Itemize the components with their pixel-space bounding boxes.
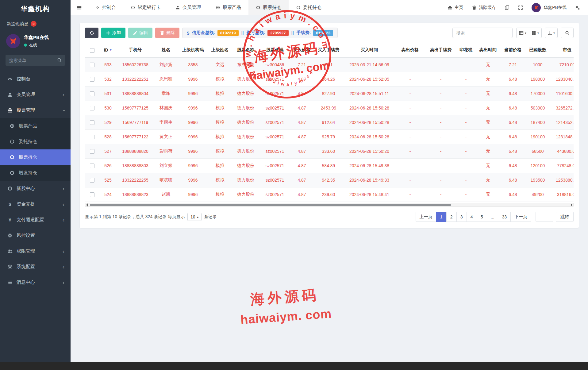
row-checkbox[interactable]	[90, 178, 94, 183]
user-menu[interactable]: 华鑫PB在线	[532, 3, 567, 12]
holdings-table-wrap: ID▼手机号姓名上级机构码上级姓名股票名称股票代码买入价格买入手续费买入时间卖出…	[85, 43, 574, 202]
page-button-33[interactable]: 33	[498, 212, 511, 222]
column-header[interactable]: 卖出价格	[395, 43, 425, 57]
sidebar-subitem-3[interactable]: 增发持仓	[0, 165, 71, 181]
column-header[interactable]: 股票代码	[259, 43, 290, 57]
select-all-checkbox[interactable]	[90, 48, 94, 53]
horizontal-scrollbar[interactable]	[85, 203, 574, 207]
nav-tab-4[interactable]: 股票持仓	[248, 0, 289, 15]
table-cell: 4.87	[290, 158, 313, 173]
sidebar-item-label: 资金充提	[17, 201, 35, 207]
sidebar-toggle-button[interactable]	[71, 0, 88, 15]
nav-tab-5[interactable]: 委托持仓	[289, 0, 329, 15]
sidebar-item-8[interactable]: 系统配置‹	[0, 259, 71, 275]
column-header[interactable]: 卖出手续费	[425, 43, 456, 57]
table-cell: 9996	[178, 144, 208, 158]
sidebar-item-2[interactable]: 股票管理‹	[0, 102, 71, 118]
home-link[interactable]: 主页	[448, 5, 463, 10]
sidebar-item-7[interactable]: 权限管理‹	[0, 243, 71, 259]
page-button-5[interactable]: 5	[477, 212, 487, 222]
jump-page-input[interactable]	[536, 212, 553, 222]
circle-icon	[131, 5, 135, 10]
layout-toggle-button[interactable]: ▾	[529, 28, 542, 38]
table-cell: 6.48	[500, 158, 525, 173]
scroll-right-arrow[interactable]	[571, 203, 572, 206]
delete-button[interactable]: 删除	[155, 28, 179, 38]
column-header[interactable]: 上级机构码	[178, 43, 208, 57]
jump-button[interactable]: 跳转	[556, 212, 574, 222]
columns-toggle-button[interactable]: ▾	[516, 28, 529, 38]
export-button[interactable]: ▾	[545, 28, 558, 38]
table-search-input[interactable]	[452, 28, 513, 38]
page-button-2[interactable]: 2	[446, 212, 457, 222]
column-header[interactable]: 买入手续费	[313, 43, 344, 57]
scroll-left-arrow[interactable]	[86, 203, 88, 206]
sidebar-subitem-label: 增发持仓	[19, 170, 37, 176]
page-size-select[interactable]: 10▴	[187, 213, 202, 221]
column-header[interactable]: 已购股数	[525, 43, 550, 57]
settings-button[interactable]	[575, 5, 580, 10]
column-header[interactable]: 股票名称	[232, 43, 259, 57]
column-header[interactable]: 当前价格	[500, 43, 525, 57]
fullscreen-button[interactable]	[518, 5, 523, 10]
table-cell: 6.48	[500, 187, 525, 202]
column-header[interactable]: 卖出时间	[476, 43, 500, 57]
row-checkbox[interactable]	[90, 63, 94, 67]
sidebar-item-3[interactable]: 新股中心‹	[0, 181, 71, 196]
page-button-...[interactable]: ...	[487, 212, 498, 222]
pencil-icon	[133, 31, 137, 35]
sidebar-item-0[interactable]: 控制台	[0, 71, 71, 87]
copy-page-button[interactable]	[505, 5, 509, 10]
add-button[interactable]: 添加	[101, 28, 125, 38]
sidebar-subitem-1[interactable]: 委托持仓	[0, 134, 71, 149]
table-cell: 恩恩额	[154, 72, 178, 86]
clear-cache-link[interactable]: 清除缓存	[472, 5, 496, 10]
sidebar-subitem-2[interactable]: 股票持仓	[0, 149, 71, 165]
nav-tab-2[interactable]: 会员管理	[168, 0, 208, 15]
column-header[interactable]: 市值	[550, 43, 574, 57]
advanced-search-button[interactable]	[561, 28, 574, 38]
table-cell: 6.48	[500, 86, 525, 101]
row-checkbox[interactable]	[90, 106, 94, 110]
sidebar-subitem-0[interactable]: 股票产品	[0, 118, 71, 134]
nav-tab-0[interactable]: 控制台	[88, 0, 123, 15]
nav-tab-3[interactable]: 股票产品	[208, 0, 248, 15]
column-header[interactable]: 姓名	[154, 43, 178, 57]
row-checkbox[interactable]	[90, 77, 94, 82]
sidebar-item-1[interactable]: 会员管理‹	[0, 87, 71, 102]
column-header[interactable]: 买入时间	[344, 43, 395, 57]
column-header[interactable]: 印花税	[456, 43, 476, 57]
app-root: 华鑫机构 新提现消息 0 华鑫PB在线 在线 控制台会员管理‹股票管理‹股票产品…	[0, 0, 588, 370]
page-button-1[interactable]: 1	[436, 212, 447, 222]
sidebar-item-6[interactable]: 风控设置	[0, 228, 71, 243]
row-checkbox[interactable]	[90, 91, 94, 96]
sidebar-item-5[interactable]: ¥支付通道配置‹	[0, 212, 71, 228]
sidebar-item-9[interactable]: 消息中心‹	[0, 275, 71, 290]
row-checkbox[interactable]	[90, 120, 94, 125]
menu-search-input[interactable]	[6, 55, 65, 66]
row-checkbox[interactable]	[90, 149, 94, 154]
column-header[interactable]: 上级姓名	[208, 43, 232, 57]
table-cell: 1214352.00	[550, 115, 574, 129]
table-cell: 530	[99, 101, 117, 115]
table-cell: 无	[476, 101, 500, 115]
prev-page-button[interactable]: 上一页	[416, 212, 436, 222]
row-checkbox[interactable]	[90, 135, 94, 139]
page-button-4[interactable]: 4	[467, 212, 477, 222]
edit-button[interactable]: 编辑	[128, 28, 152, 38]
sidebar-item-4[interactable]: $资金充提‹	[0, 196, 71, 212]
scrollbar-thumb[interactable]	[90, 204, 451, 206]
row-checkbox[interactable]	[90, 164, 94, 168]
nav-tab-1[interactable]: 绑定银行卡	[123, 0, 168, 15]
sidebar: 华鑫机构 新提现消息 0 华鑫PB在线 在线 控制台会员管理‹股票管理‹股票产品…	[0, 0, 71, 362]
row-checkbox[interactable]	[90, 192, 94, 197]
column-header[interactable]: ID▼	[99, 43, 117, 57]
refresh-button[interactable]	[85, 28, 98, 38]
column-header[interactable]: 手机号	[117, 43, 154, 57]
withdraw-notice[interactable]: 新提现消息 0	[0, 18, 71, 31]
table-cell: 190100	[525, 129, 550, 144]
page-button-3[interactable]: 3	[456, 212, 467, 222]
column-header[interactable]: 买入价格	[290, 43, 313, 57]
next-page-button[interactable]: 下一页	[510, 212, 531, 222]
list-icon	[7, 280, 13, 285]
